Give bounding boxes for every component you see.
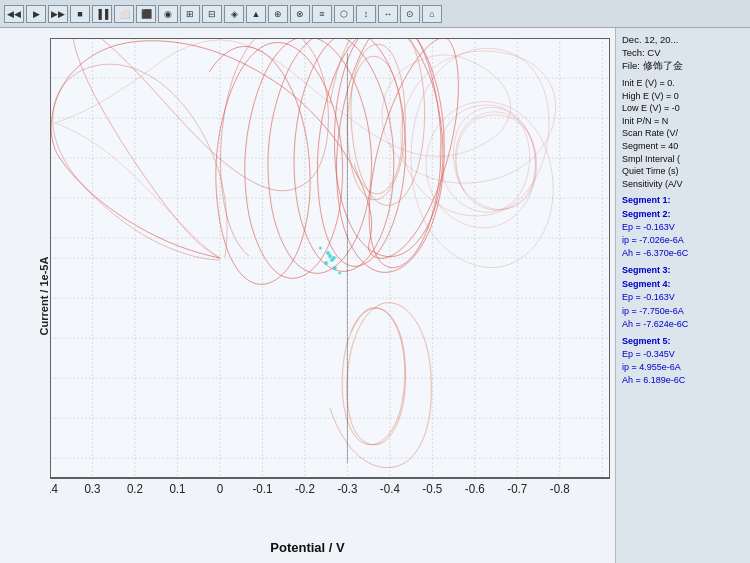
toolbar-btn-3[interactable]: ▶▶ [48, 5, 68, 23]
param-init-e: Init E (V) = 0. [622, 77, 744, 90]
seg34-ip: ip = -7.750e-6A [622, 305, 744, 318]
param-segment: Segment = 40 [622, 140, 744, 153]
toolbar-btn-19[interactable]: ⊙ [400, 5, 420, 23]
toolbar-btn-10[interactable]: ⊟ [202, 5, 222, 23]
toolbar-btn-13[interactable]: ⊕ [268, 5, 288, 23]
toolbar-btn-18[interactable]: ↔ [378, 5, 398, 23]
segment-5-header: Segment 5: [622, 335, 744, 349]
toolbar-btn-2[interactable]: ▶ [26, 5, 46, 23]
svg-point-56 [319, 247, 322, 250]
toolbar-btn-8[interactable]: ◉ [158, 5, 178, 23]
seg12-ip: ip = -7.026e-6A [622, 234, 744, 247]
svg-text:0.1: 0.1 [169, 482, 185, 495]
x-axis-label: Potential / V [270, 540, 344, 555]
segment-12-section: Segment 1: Segment 2: Ep = -0.163V ip = … [622, 194, 744, 260]
segment-3-header: Segment 3: [622, 264, 744, 278]
seg34-ep: Ep = -0.163V [622, 291, 744, 304]
toolbar-btn-4[interactable]: ■ [70, 5, 90, 23]
toolbar-btn-6[interactable]: ⬜ [114, 5, 134, 23]
param-init-pn: Init P/N = N [622, 115, 744, 128]
param-quiet: Quiet Time (s) [622, 165, 744, 178]
seg12-ep: Ep = -0.163V [622, 221, 744, 234]
tech-display: Tech: CV [622, 47, 744, 58]
svg-text:0.3: 0.3 [84, 482, 101, 495]
segment-2-header: Segment 2: [622, 208, 744, 222]
toolbar: ◀◀ ▶ ▶▶ ■ ▐▐ ⬜ ⬛ ◉ ⊞ ⊟ ◈ ▲ ⊕ ⊗ ≡ ⬡ ↕ ↔ ⊙… [0, 0, 750, 28]
svg-point-54 [324, 261, 328, 265]
toolbar-btn-9[interactable]: ⊞ [180, 5, 200, 23]
param-smpl: Smpl Interval ( [622, 153, 744, 166]
toolbar-btn-15[interactable]: ≡ [312, 5, 332, 23]
toolbar-btn-17[interactable]: ↕ [356, 5, 376, 23]
toolbar-btn-5[interactable]: ▐▐ [92, 5, 112, 23]
svg-text:-0.5: -0.5 [422, 482, 442, 495]
seg5-ah: Ah = 6.189e-6C [622, 374, 744, 387]
svg-text:0.4: 0.4 [50, 482, 58, 495]
seg34-ah: Ah = -7.624e-6C [622, 318, 744, 331]
y-axis-label: Current / 1e-5A [38, 256, 50, 335]
params-section: Init E (V) = 0. High E (V) = 0 Low E (V)… [622, 77, 744, 190]
svg-point-52 [332, 256, 336, 260]
svg-text:-0.8: -0.8 [550, 482, 570, 495]
segment-34-section: Segment 3: Segment 4: Ep = -0.163V ip = … [622, 264, 744, 330]
svg-text:-0.3: -0.3 [337, 482, 357, 495]
svg-text:-0.7: -0.7 [507, 482, 527, 495]
toolbar-btn-16[interactable]: ⬡ [334, 5, 354, 23]
param-sensitivity: Sensitivity (A/V [622, 178, 744, 191]
seg12-ah: Ah = -6.370e-6C [622, 247, 744, 260]
segment-1-header: Segment 1: [622, 194, 744, 208]
chart-area: Current / 1e-5A Potential / V [0, 28, 615, 563]
svg-text:-0.4: -0.4 [380, 482, 400, 495]
svg-point-57 [338, 272, 341, 275]
main-content: Current / 1e-5A Potential / V [0, 28, 750, 563]
toolbar-btn-1[interactable]: ◀◀ [4, 5, 24, 23]
right-panel: Dec. 12, 20... Tech: CV File: 修饰了金 Init … [615, 28, 750, 563]
toolbar-btn-11[interactable]: ◈ [224, 5, 244, 23]
file-display: File: 修饰了金 [622, 60, 744, 73]
toolbar-btn-12[interactable]: ▲ [246, 5, 266, 23]
seg5-ip: ip = 4.955e-6A [622, 361, 744, 374]
param-low-e: Low E (V) = -0 [622, 102, 744, 115]
svg-point-53 [326, 251, 330, 255]
seg5-ep: Ep = -0.345V [622, 348, 744, 361]
param-scan-rate: Scan Rate (V/ [622, 127, 744, 140]
segment-4-header: Segment 4: [622, 278, 744, 292]
toolbar-btn-14[interactable]: ⊗ [290, 5, 310, 23]
chart-svg: 3.0 2.4 1.8 1.2 0.6 0 -0.6 -1.2 -1.8 -2.… [50, 38, 610, 518]
param-high-e: High E (V) = 0 [622, 90, 744, 103]
svg-point-55 [333, 266, 337, 270]
svg-text:-0.1: -0.1 [252, 482, 272, 495]
svg-text:-0.6: -0.6 [465, 482, 485, 495]
date-display: Dec. 12, 20... [622, 34, 744, 45]
svg-text:-0.2: -0.2 [295, 482, 315, 495]
toolbar-btn-7[interactable]: ⬛ [136, 5, 156, 23]
svg-text:0: 0 [217, 482, 224, 495]
segment-5-section: Segment 5: Ep = -0.345V ip = 4.955e-6A A… [622, 335, 744, 388]
toolbar-btn-20[interactable]: ⌂ [422, 5, 442, 23]
svg-text:0.2: 0.2 [127, 482, 143, 495]
